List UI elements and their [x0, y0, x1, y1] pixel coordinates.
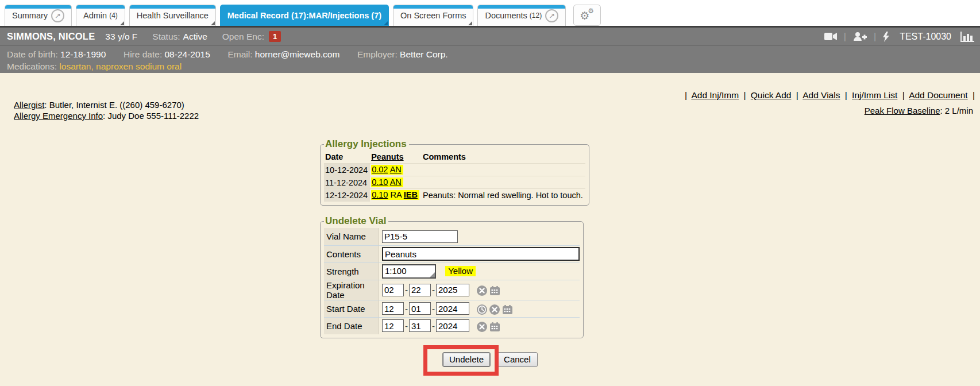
- peak-flow-value: : 2 L/min: [940, 106, 973, 115]
- tab-bar: Summary ↗ Admin (4) Health Surveillance …: [0, 0, 980, 26]
- toolbar-separator: |: [844, 32, 846, 42]
- strength-label: Strength: [324, 263, 379, 280]
- col-header-peanuts-link[interactable]: Peanuts: [371, 152, 403, 161]
- injection-date: 10-12-2024: [324, 164, 370, 176]
- injection-date: 12-12-2024: [324, 189, 370, 202]
- end-month-input[interactable]: [382, 319, 404, 332]
- gear-icon-small: ⚙: [588, 7, 594, 15]
- patient-name: SIMMONS, NICOLE: [7, 31, 95, 42]
- undelete-vial-fieldset: Undelete Vial Vial Name Contents Strengt…: [320, 215, 584, 338]
- clear-date-icon[interactable]: [477, 285, 487, 296]
- contents-input[interactable]: [382, 247, 580, 261]
- tab-documents[interactable]: Documents (12) ↗: [477, 5, 566, 26]
- injection-comment: [422, 164, 585, 176]
- clear-date-icon[interactable]: [477, 322, 487, 332]
- dose-link[interactable]: 0.02: [372, 165, 388, 174]
- open-encounter-badge[interactable]: 1: [269, 31, 281, 42]
- expiration-day-input[interactable]: [409, 284, 431, 296]
- site-link[interactable]: AN: [390, 177, 402, 187]
- allergy-emergency-info-link[interactable]: Allergy Emergency Info: [14, 111, 103, 121]
- form-row-contents: Contents: [324, 245, 580, 263]
- hire-date-value: 08-24-2015: [165, 49, 210, 59]
- add-document-link[interactable]: Add Document: [909, 90, 968, 100]
- cancel-button[interactable]: Cancel: [497, 352, 538, 367]
- allergist-value: : Butler, Internist E. ((260) 459-6270): [44, 100, 184, 110]
- inj-imm-list-link[interactable]: Inj/Imm List: [852, 90, 897, 100]
- tab-medical-record[interactable]: Medical Record (17):MAR/Injections (7): [220, 5, 389, 26]
- form-row-start-date: Start Date --: [324, 300, 580, 317]
- video-camera-icon[interactable]: [824, 32, 837, 41]
- form-row-end-date: End Date --: [324, 317, 580, 334]
- allergy-emergency-line: Allergy Emergency Info: Judy Doe 555-111…: [14, 110, 199, 121]
- injection-row: 10-12-2024 0.02 AN: [324, 164, 585, 176]
- tab-health-surveillance[interactable]: Health Surveillance: [129, 5, 216, 26]
- expiration-date-label: Expiration Date: [324, 280, 379, 300]
- external-link-icon[interactable]: ↗: [51, 9, 64, 22]
- link-separator: |: [845, 90, 847, 100]
- undelete-button[interactable]: Undelete: [442, 352, 491, 367]
- clear-date-icon[interactable]: [489, 304, 500, 315]
- resize-grip-icon: [430, 272, 435, 277]
- toolbar-separator: |: [874, 32, 876, 42]
- start-day-input[interactable]: [409, 302, 431, 315]
- tab-admin[interactable]: Admin (4): [76, 5, 125, 26]
- clock-icon[interactable]: [477, 304, 487, 315]
- add-person-icon[interactable]: [853, 32, 867, 41]
- date-separator: -: [405, 304, 408, 314]
- allergy-emergency-value: : Judy Doe 555-111-2222: [103, 111, 199, 121]
- injection-comment: [422, 176, 585, 189]
- site-link[interactable]: AN: [390, 165, 402, 174]
- tab-menu-fold-icon: [120, 21, 124, 25]
- bar-chart-icon[interactable]: [960, 32, 974, 42]
- form-row-expiration-date: Expiration Date --: [324, 280, 580, 300]
- dose-link[interactable]: 0.10: [372, 177, 388, 187]
- lightning-icon[interactable]: [883, 32, 889, 42]
- tab-menu-fold-icon: [468, 21, 472, 25]
- status-label: Status:: [152, 32, 180, 42]
- link-separator: |: [685, 90, 687, 100]
- start-date-label: Start Date: [324, 300, 379, 317]
- undelete-vial-form: Vial Name Contents Strength 1:100 Yellow…: [324, 228, 580, 334]
- start-month-input[interactable]: [382, 302, 404, 315]
- tab-count: (12): [530, 11, 542, 20]
- medication-link-losartan[interactable]: losartan: [59, 61, 91, 71]
- add-vials-link[interactable]: Add Vials: [802, 90, 840, 100]
- tab-label: Health Surveillance: [137, 11, 209, 20]
- tab-summary[interactable]: Summary ↗: [5, 5, 72, 26]
- status-value: Active: [183, 32, 207, 42]
- allergist-link[interactable]: Allergist: [14, 100, 44, 110]
- allergy-contact-info: Allergist: Butler, Internist E. ((260) 4…: [14, 99, 199, 121]
- end-year-input[interactable]: [436, 319, 469, 332]
- employer-value: Better Corp.: [400, 49, 448, 59]
- col-header-date: Date: [324, 151, 370, 164]
- dose-link[interactable]: 0.10: [372, 190, 388, 199]
- patient-header-bar: SIMMONS, NICOLE 33 y/o F Status: Active …: [0, 26, 980, 45]
- end-day-input[interactable]: [409, 319, 431, 332]
- quick-add-link[interactable]: Quick Add: [751, 90, 792, 100]
- calendar-icon[interactable]: [489, 322, 500, 332]
- add-inj-imm-link[interactable]: Add Inj/Imm: [691, 90, 739, 100]
- tab-label: Documents: [485, 11, 527, 20]
- calendar-icon[interactable]: [489, 285, 500, 296]
- expiration-year-input[interactable]: [436, 284, 469, 296]
- date-separator: -: [405, 285, 408, 295]
- injection-row: 11-12-2024 0.10 AN: [324, 176, 585, 189]
- tab-on-screen-forms[interactable]: On Screen Forms: [393, 5, 473, 26]
- peak-flow-baseline-link[interactable]: Peak Flow Baseline: [865, 106, 940, 115]
- tab-menu-fold-icon: [384, 21, 388, 25]
- contents-label: Contents: [324, 245, 379, 263]
- tab-menu-fold-icon: [211, 21, 215, 25]
- strength-combobox[interactable]: 1:100: [382, 264, 436, 279]
- medication-separator: ,: [91, 61, 93, 71]
- calendar-icon[interactable]: [502, 304, 513, 315]
- date-separator: -: [405, 321, 408, 331]
- vial-name-input[interactable]: [382, 230, 458, 243]
- settings-button[interactable]: ⚙ ⚙: [573, 5, 601, 26]
- main-content: | Add Inj/Imm | Quick Add | Add Vials | …: [0, 73, 980, 386]
- external-link-icon[interactable]: ↗: [545, 9, 558, 22]
- expiration-month-input[interactable]: [382, 284, 404, 296]
- start-year-input[interactable]: [436, 302, 469, 315]
- site-link[interactable]: IEB: [404, 190, 418, 199]
- dose-chip: 0.10 AN: [371, 177, 403, 187]
- medication-link-naproxen[interactable]: naproxen sodium oral: [96, 61, 182, 71]
